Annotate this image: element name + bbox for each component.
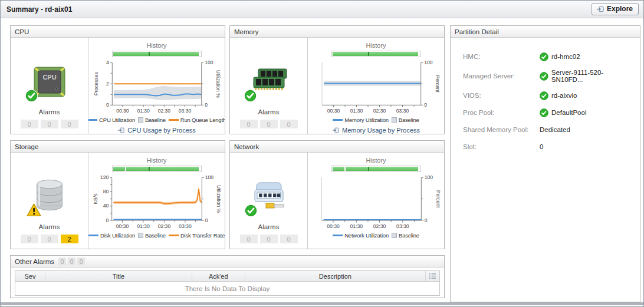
column-header-acked[interactable]: Ack'ed (192, 271, 245, 281)
network-alarm-counts: 0 0 0 (240, 235, 298, 243)
svg-text:100: 100 (205, 174, 213, 180)
svg-text:00:30: 00:30 (116, 223, 129, 229)
svg-text:80: 80 (103, 189, 109, 194)
alarms-label: Alarms (258, 108, 280, 115)
svg-text:01:30: 01:30 (137, 223, 150, 229)
status-warning-icon (26, 203, 42, 217)
svg-text:100: 100 (424, 60, 433, 65)
history-label: History (366, 157, 386, 164)
memory-chart: 0100Percent00:3001:3002:3003:30 (312, 58, 441, 117)
alarm-count-box[interactable]: 0 (21, 235, 38, 243)
cpu-history-bar (112, 51, 202, 57)
alarm-count-box[interactable]: 0 (240, 120, 258, 128)
alarm-count-box[interactable]: 0 (41, 235, 58, 243)
svg-text:100: 100 (205, 60, 213, 65)
other-alarms-table-header: Sev Title Ack'ed Description (15, 271, 439, 282)
window-bottom-edge (1, 302, 643, 305)
alarms-label: Alarms (39, 108, 60, 115)
alarm-count-box[interactable]: 0 (21, 120, 38, 128)
status-ok-icon (244, 204, 258, 217)
storage-history-area: History 04080120KB/s0100Utilization %00:… (88, 153, 225, 249)
row-value: 0 (540, 143, 543, 150)
alarm-count-box[interactable]: 0 (260, 235, 278, 243)
main-content: CPU CPU (1, 18, 643, 302)
alarm-count-box[interactable]: 2 (61, 235, 78, 243)
memory-panel: Memory (229, 25, 445, 134)
svg-text:03:30: 03:30 (396, 108, 409, 114)
column-header-description[interactable]: Description (245, 271, 425, 281)
svg-text:02:30: 02:30 (373, 223, 386, 229)
network-chart: 0100Percent00:3001:3002:3003:30 (312, 173, 441, 232)
partition-row-managed-server: Managed Server: Server-9111-520-SN10FD..… (463, 69, 634, 83)
memory-status-area: Alarms 0 0 0 (230, 38, 308, 134)
svg-text:01:30: 01:30 (137, 108, 150, 114)
alarm-count-box[interactable]: 0 (260, 120, 278, 128)
storage-history-bar (112, 166, 202, 172)
svg-text:03:30: 03:30 (178, 108, 191, 114)
cpu-usage-by-process-link[interactable]: CPU Usage by Process (117, 127, 196, 134)
row-value: DefaultPool (551, 109, 586, 116)
svg-text:0: 0 (106, 217, 109, 223)
explore-label: Explore (607, 5, 633, 13)
svg-text:0: 0 (424, 102, 427, 108)
metrics-area: CPU CPU (10, 25, 445, 302)
network-panel: Network (229, 140, 445, 249)
svg-text:03:30: 03:30 (179, 223, 192, 229)
row-value: Dedicated (540, 126, 570, 133)
partition-detail-panel: Partition Detail HMC: rd-hmc02 (450, 25, 640, 302)
drilldown-icon (332, 127, 339, 134)
column-header-title[interactable]: Title (45, 271, 192, 281)
alarm-count-box[interactable]: 0 (280, 120, 298, 128)
network-history-area: History 0100Percent00:3001:3002:3003:30 … (308, 153, 444, 249)
svg-text:Utilization %: Utilization % (215, 70, 221, 98)
partition-detail-body: HMC: rd-hmc02 Managed Server: (451, 38, 640, 151)
memory-alarm-counts: 0 0 0 (240, 120, 298, 128)
cpu-status-area: CPU Alarms 0 0 (11, 38, 88, 134)
cpu-panel-header: CPU (11, 26, 225, 38)
alarm-count-box[interactable]: 0 (61, 120, 78, 128)
history-label: History (146, 157, 166, 164)
storage-panel-header: Storage (11, 141, 225, 153)
alarm-count-box[interactable]: 0 (41, 120, 58, 128)
svg-text:00:30: 00:30 (327, 108, 340, 114)
svg-text:0: 0 (205, 102, 208, 108)
cpu-chart-legend: CPU UtilizationBaselineRun Queue Length (88, 117, 225, 123)
memory-history-bar (331, 51, 421, 57)
storage-chart-legend: Disk UtilizationBaselineDisk Transfer Ra… (88, 232, 225, 239)
title-bar: Summary - rd-aix01 Explore (1, 1, 643, 18)
memory-usage-by-process-link[interactable]: Memory Usage by Process (332, 127, 420, 134)
column-chooser-icon[interactable] (425, 271, 439, 281)
column-header-sev[interactable]: Sev (15, 273, 45, 280)
dashboard-window: Summary - rd-aix01 Explore CPU (0, 0, 644, 307)
svg-text:0: 0 (106, 102, 109, 108)
alarm-count-box[interactable]: 0 (240, 235, 258, 243)
memory-history-area: History 0100Percent00:3001:3002:3003:30 … (308, 38, 444, 134)
cpu-chart: 024Processes0100Utilization %00:3001:300… (93, 58, 221, 117)
cpu-panel-title: CPU (15, 28, 29, 35)
row-label: Managed Server: (463, 72, 540, 80)
svg-text:Percent: Percent (435, 190, 440, 208)
svg-text:02:30: 02:30 (373, 108, 386, 114)
network-chart-legend: Network UtilizationBaseline (308, 232, 444, 239)
link-label: CPU Usage by Process (127, 127, 196, 134)
alarms-label: Alarms (258, 223, 280, 230)
history-label: History (146, 42, 166, 49)
alarm-count-box[interactable]: 0 (280, 235, 298, 243)
other-alarms-badges: 0 0 0 (58, 258, 85, 265)
storage-status-area: Alarms 0 0 2 (11, 153, 88, 249)
svg-text:0: 0 (424, 217, 427, 223)
row-value: Server-9111-520-SN10FD... (551, 69, 634, 83)
alarm-badge: 0 (68, 258, 75, 265)
memory-chart-legend: Memory UtilizationBaseline (308, 117, 444, 123)
explore-button[interactable]: Explore (592, 3, 639, 15)
svg-text:KB/s: KB/s (93, 194, 98, 204)
status-ok-icon (25, 89, 38, 103)
row-label: Proc Pool: (463, 109, 540, 116)
network-panel-title: Network (234, 143, 259, 150)
svg-text:Processes: Processes (93, 72, 98, 95)
svg-text:02:30: 02:30 (157, 223, 170, 229)
other-alarms-title: Other Alarms (15, 258, 54, 265)
row-label: HMC: (463, 53, 540, 60)
alarms-label: Alarms (39, 223, 60, 230)
svg-text:00:30: 00:30 (327, 223, 340, 229)
